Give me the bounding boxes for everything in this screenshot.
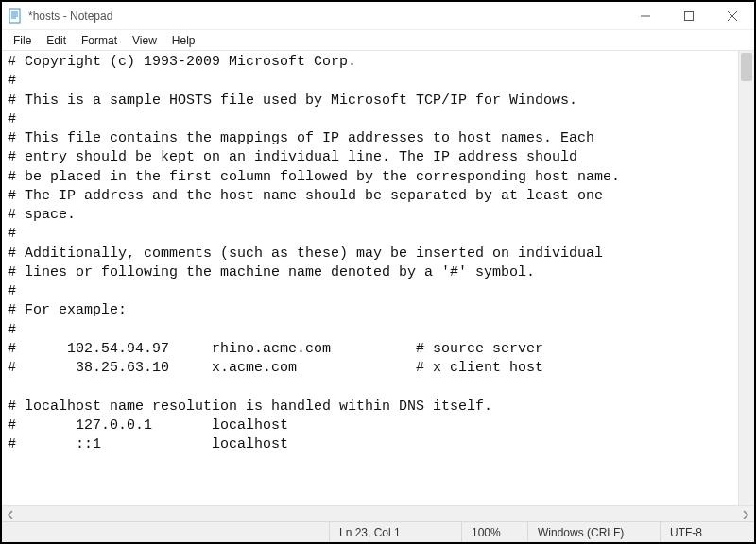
status-bar: Ln 23, Col 1 100% Windows (CRLF) UTF-8	[2, 521, 754, 542]
status-zoom: 100%	[461, 522, 527, 542]
status-position: Ln 23, Col 1	[329, 522, 461, 542]
scroll-right-icon[interactable]	[741, 509, 750, 518]
menu-bar: File Edit Format View Help	[2, 30, 754, 51]
minimize-button[interactable]	[624, 2, 667, 30]
scroll-left-icon[interactable]	[6, 509, 15, 518]
horizontal-scrollbar[interactable]	[2, 505, 754, 521]
menu-help[interactable]: Help	[164, 32, 203, 49]
title-bar: *hosts - Notepad	[2, 2, 754, 30]
window-title: *hosts - Notepad	[28, 9, 112, 23]
status-spacer	[2, 522, 329, 542]
status-line-ending: Windows (CRLF)	[527, 522, 660, 542]
svg-rect-6	[685, 11, 694, 20]
status-encoding: UTF-8	[660, 522, 754, 542]
menu-file[interactable]: File	[6, 32, 39, 49]
menu-format[interactable]: Format	[74, 32, 125, 49]
app-icon	[8, 8, 23, 24]
text-editor[interactable]: # Copyright (c) 1993-2009 Microsoft Corp…	[2, 51, 754, 505]
vertical-scrollbar[interactable]	[738, 51, 754, 505]
menu-view[interactable]: View	[125, 32, 164, 49]
close-button[interactable]	[711, 2, 754, 30]
editor-area: # Copyright (c) 1993-2009 Microsoft Corp…	[2, 51, 754, 521]
menu-edit[interactable]: Edit	[39, 32, 74, 49]
vertical-scrollbar-thumb[interactable]	[741, 53, 752, 81]
maximize-button[interactable]	[667, 2, 711, 30]
